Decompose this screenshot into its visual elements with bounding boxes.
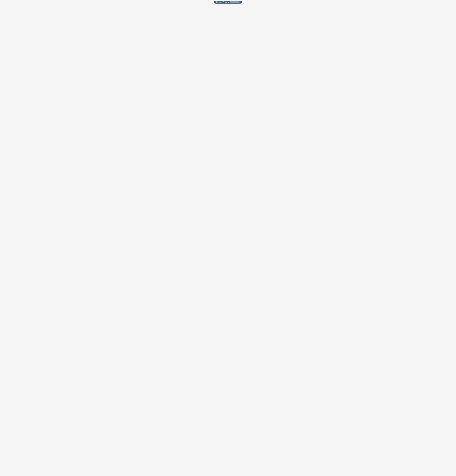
inputs-outputs-label: Inputs / Outputs xyxy=(230,1,240,3)
playbook-triggered-header: Playbook Triggered Inputs / Outputs xyxy=(215,0,241,4)
playbook-triggered-label: Playbook Triggered xyxy=(216,1,229,3)
playbook-canvas: NO YES NO NO YES NO xyxy=(165,0,291,7)
